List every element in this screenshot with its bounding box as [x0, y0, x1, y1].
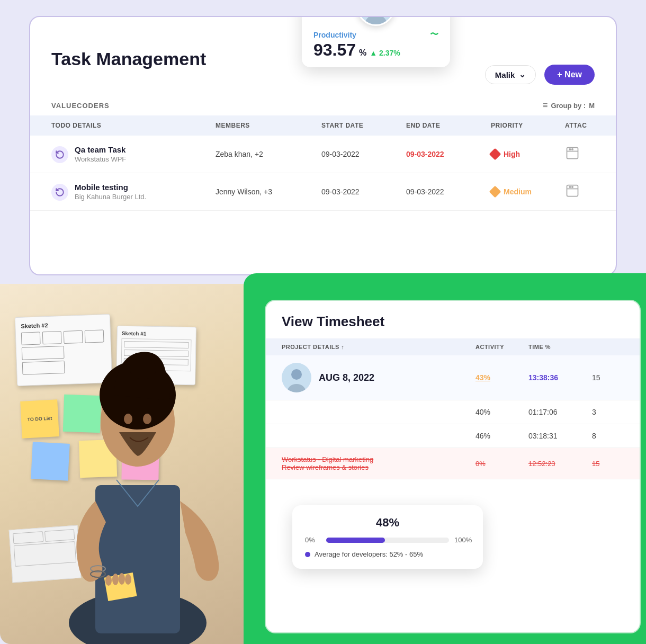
priority-cell: Medium [491, 187, 565, 196]
col-members: MEMBERS [216, 122, 321, 129]
svg-point-4 [569, 148, 570, 149]
col-end: END DATE [406, 122, 491, 129]
task-name: Qa team Task [75, 145, 126, 154]
timesheet-row[interactable]: 40% 01:17:06 3 [266, 400, 640, 424]
attachment-icon [565, 183, 607, 201]
svg-rect-10 [95, 485, 180, 633]
task-table: TODO DETAILS MEMBERS START DATE END DATE… [30, 115, 616, 211]
ts-activity: 46% [475, 432, 528, 440]
svg-point-19 [105, 575, 112, 586]
task-details-cell: Qa team Task Workstatus WPF [51, 145, 216, 163]
end-date-cell: 09-03-2022 [406, 187, 491, 196]
productivity-value: 93.57% ▲ 2.37% [313, 40, 438, 60]
ts-col-extra [592, 344, 624, 350]
start-date-cell: 09-03-2022 [321, 150, 406, 158]
svg-point-21 [119, 573, 125, 585]
task-sub: Big Kahuna Burger Ltd. [75, 193, 146, 201]
task-details-cell: Mobile testing Big Kahuna Burger Ltd. [51, 183, 216, 201]
tooltip-popup: 48% 0% 100% Average for developers: 52% … [292, 505, 483, 569]
ts-project-name: Workstatus - Digital marketing Review wi… [282, 455, 475, 471]
ts-col-activity: ACTIVITY [475, 344, 528, 350]
priority-high-icon [489, 148, 501, 160]
table-row[interactable]: Qa team Task Workstatus WPF Zeba khan, +… [30, 136, 616, 173]
col-attach: ATTAC [565, 122, 607, 129]
svg-point-20 [112, 574, 119, 585]
trend-icon: 〜 [430, 29, 438, 40]
filter-icon: ≡ [543, 101, 548, 110]
timesheet-row[interactable]: Workstatus - Digital marketing Review wi… [266, 448, 640, 479]
svg-point-24 [291, 369, 302, 380]
svg-point-22 [125, 574, 131, 585]
user-name: Malik [495, 70, 515, 79]
svg-point-5 [572, 148, 573, 149]
svg-point-7 [569, 186, 570, 187]
attachment-icon [565, 146, 607, 163]
ts-activity: 40% [475, 408, 528, 416]
members-cell: Zeba khan, +2 [216, 150, 321, 158]
ts-user-avatar [282, 363, 311, 392]
timesheet-card: View Timesheet PROJECT DETAILS ↑ ACTIVIT… [265, 300, 641, 633]
task-status-icon [51, 146, 68, 163]
productivity-change: ▲ 2.37% [370, 49, 400, 57]
time-value: 13:38:36 [528, 373, 592, 382]
svg-point-13 [130, 358, 156, 379]
task-name: Mobile testing [75, 183, 146, 192]
start-date-cell: 09-03-2022 [321, 187, 406, 196]
task-status-icon [51, 184, 68, 201]
tooltip-legend: Average for developers: 52% - 65% [305, 550, 470, 558]
ts-extra: 8 [592, 432, 624, 440]
page-title: Task Management [51, 49, 206, 69]
svg-point-8 [572, 186, 573, 187]
col-priority: PRIORITY [491, 122, 565, 129]
timesheet-date-row: AUG 8, 2022 43% 13:38:36 15 [266, 355, 640, 400]
svg-point-2 [365, 16, 387, 24]
productivity-card: Productivity 〜 93.57% ▲ 2.37% [302, 16, 450, 67]
svg-point-14 [124, 414, 132, 424]
ts-time: 03:18:31 [528, 432, 592, 440]
productivity-label: Productivity 〜 [313, 29, 438, 40]
ts-extra: 15 [592, 373, 624, 382]
tooltip-percentage: 48% [305, 516, 470, 530]
user-dropdown[interactable]: Malik ⌄ [485, 65, 536, 84]
valuecoders-bar: VALUECODERS ≡ Group by : M [30, 95, 616, 115]
svg-point-15 [143, 414, 151, 424]
timesheet-title: View Timesheet [282, 314, 624, 330]
col-todo: TODO DETAILS [51, 122, 216, 129]
ts-activity: 0% [475, 460, 528, 468]
end-date-cell: 09-03-2022 [406, 150, 491, 158]
timesheet-table-header: PROJECT DETAILS ↑ ACTIVITY TIME % [266, 338, 640, 355]
bar-max: 100% [454, 536, 470, 544]
bar-min: 0% [305, 536, 321, 544]
task-management-card: Productivity 〜 93.57% ▲ 2.37% Task Manag… [29, 16, 617, 275]
timesheet-header: View Timesheet [266, 301, 640, 338]
table-row[interactable]: Mobile testing Big Kahuna Burger Ltd. Je… [30, 173, 616, 211]
timesheet-section: View Timesheet PROJECT DETAILS ↑ ACTIVIT… [244, 273, 646, 644]
ts-time: 12:52:23 [528, 460, 592, 468]
chevron-down-icon: ⌄ [519, 70, 526, 79]
ts-extra: 3 [592, 408, 624, 416]
date-highlight: AUG 8, 2022 [319, 372, 374, 383]
progress-bar-track [326, 538, 449, 543]
tooltip-bar: 0% 100% [305, 536, 470, 544]
organization-name: VALUECODERS [51, 102, 110, 110]
activity-pct: 43% [475, 373, 528, 382]
user-avatar [357, 16, 395, 26]
priority-cell: High [491, 150, 565, 158]
group-by[interactable]: ≡ Group by : M [543, 101, 595, 110]
new-button[interactable]: + New [544, 65, 595, 85]
ts-extra: 15 [592, 460, 624, 468]
ts-col-project: PROJECT DETAILS ↑ [282, 344, 475, 350]
header-right: Malik ⌄ + New [485, 65, 595, 85]
progress-bar-fill [326, 538, 385, 543]
ts-col-time: TIME % [528, 344, 592, 350]
priority-medium-icon [489, 186, 501, 198]
legend-dot-icon [305, 552, 310, 557]
table-header: TODO DETAILS MEMBERS START DATE END DATE… [30, 115, 616, 136]
project-row: AUG 8, 2022 [282, 363, 475, 392]
task-sub: Workstatus WPF [75, 155, 126, 163]
col-start: START DATE [321, 122, 406, 129]
ts-time: 01:17:06 [528, 408, 592, 416]
timesheet-row[interactable]: 46% 03:18:31 8 [266, 424, 640, 448]
photo-section: Sketch #2 Sketch #1 [0, 284, 249, 644]
members-cell: Jenny Wilson, +3 [216, 187, 321, 196]
